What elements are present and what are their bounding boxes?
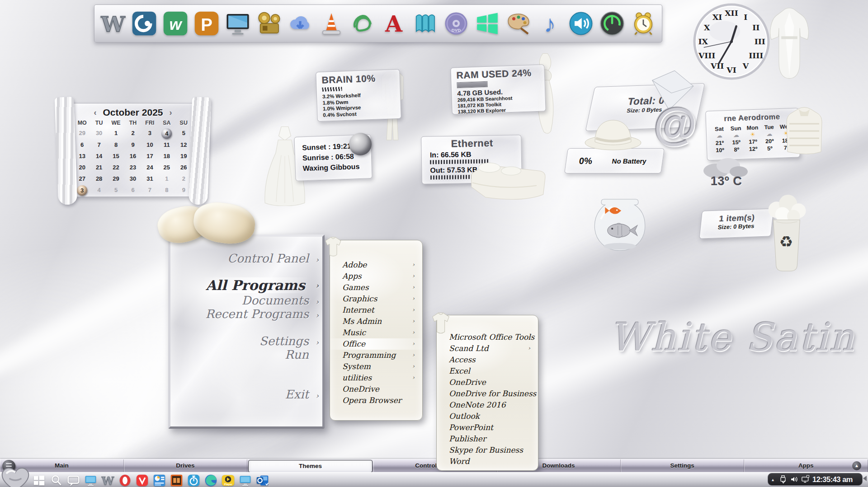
programs-menu-item-apps[interactable]: Apps› [330, 271, 422, 282]
winstep-icon[interactable]: W [100, 11, 126, 36]
power-icon[interactable] [599, 11, 625, 36]
projector-icon[interactable] [256, 11, 282, 36]
display-taskbar-icon[interactable] [239, 474, 252, 487]
alarm-clock-icon[interactable] [631, 11, 656, 36]
winstep-taskbar-icon[interactable]: W [101, 474, 114, 487]
start-menu-item-settings[interactable]: Settings› [259, 334, 309, 348]
calendar-day[interactable]: 30 [124, 174, 141, 184]
calendar-day[interactable]: 3 [77, 185, 87, 196]
windows-icon[interactable] [475, 11, 500, 36]
tab-themes[interactable]: Themes [248, 460, 373, 473]
vlc-icon[interactable] [319, 11, 344, 36]
office-menu-item-publisher[interactable]: Publisher [437, 433, 538, 445]
start-menu-item-exit[interactable]: Exit› [285, 388, 309, 401]
palette-icon[interactable] [506, 11, 531, 36]
search-taskbar-icon[interactable] [50, 474, 63, 487]
calendar-day[interactable]: 30 [90, 128, 107, 138]
office-menu-item-onedrive[interactable]: OneDrive [437, 377, 538, 388]
start-button[interactable] [1, 468, 30, 487]
calendar-day[interactable]: 8 [108, 140, 124, 150]
volume-icon[interactable] [790, 475, 799, 484]
scribble-icon[interactable] [350, 11, 375, 36]
calendar-day[interactable]: 20 [74, 163, 90, 173]
calendar-day[interactable]: 9 [124, 140, 141, 150]
calendar-day[interactable]: 18 [158, 151, 175, 161]
calendar-day[interactable]: 1 [158, 174, 175, 184]
calendar-day[interactable]: 17 [142, 151, 158, 161]
chat-taskbar-icon[interactable] [67, 474, 80, 487]
start-menu-item-recent-programs[interactable]: Recent Programs› [205, 307, 309, 321]
word-book-icon[interactable] [412, 11, 438, 36]
tab-settings[interactable]: Settings [621, 459, 745, 473]
office-menu-item-skype-for-business[interactable]: Skype for Business [437, 445, 538, 456]
tray-clock[interactable]: 12:35:43 am [812, 475, 853, 484]
win-taskbar-icon[interactable] [33, 474, 46, 487]
office-menu-item-word[interactable]: Word [437, 456, 538, 467]
calendar-day[interactable]: 25 [158, 163, 175, 173]
calendar-day[interactable]: 6 [124, 185, 141, 195]
programs-menu-item-graphics[interactable]: Graphics› [330, 293, 422, 304]
calendar-day[interactable]: 11 [158, 140, 175, 150]
calendar-day[interactable]: 21 [90, 163, 107, 173]
collapse-tabbar-button[interactable]: ▲ [852, 461, 861, 470]
tray-expand-icon[interactable]: ▴ [772, 477, 776, 482]
calendar-next-button[interactable]: › [170, 108, 172, 117]
office-menu-item-onedrive-for-business[interactable]: OneDrive for Business [437, 388, 538, 399]
programs-menu-item-system[interactable]: System› [330, 361, 422, 372]
calendar-day[interactable]: 7 [90, 140, 107, 150]
usb-device-icon[interactable] [778, 475, 788, 484]
outlook-taskbar-icon[interactable] [256, 474, 269, 487]
vivaldi-taskbar-icon[interactable] [136, 474, 149, 487]
taskbar-edge-arrow[interactable] [863, 476, 867, 481]
cubase-icon[interactable] [132, 11, 157, 36]
office-menu-item-scand-ltd[interactable]: Scand Ltd› [437, 343, 538, 354]
calendar-day[interactable]: 15 [108, 151, 124, 161]
start-menu-item-run[interactable]: Run [285, 348, 309, 361]
calendar-day[interactable]: 29 [108, 174, 124, 184]
calendar-prev-button[interactable]: ‹ [94, 108, 96, 117]
wondershare-icon[interactable]: w [163, 11, 188, 36]
office-menu-item-onenote-2016[interactable]: OneNote 2016 [437, 399, 538, 411]
office-menu-item-outlook[interactable]: Outlook [437, 411, 538, 422]
start-menu-item-all-programs[interactable]: All Programs› [202, 277, 309, 293]
programs-menu-item-programming[interactable]: Programming› [330, 350, 422, 361]
edge-taskbar-icon[interactable] [204, 474, 217, 487]
programs-menu-item-music[interactable]: Music› [330, 327, 422, 338]
calendar-day[interactable]: 5 [108, 185, 124, 195]
programs-menu-item-opera-browser[interactable]: Opera Browser [330, 395, 422, 406]
paintshop-icon[interactable]: P [194, 11, 219, 36]
calendar-day[interactable]: 24 [142, 163, 158, 173]
programs-menu-item-onedrive[interactable]: OneDrive [330, 384, 422, 395]
opera-taskbar-icon[interactable] [118, 474, 132, 487]
calendar-day[interactable]: 1 [108, 128, 124, 138]
dvd-icon[interactable]: DVD [443, 11, 469, 36]
calendar-day[interactable]: 3 [142, 128, 158, 138]
network-icon[interactable] [801, 475, 810, 484]
programs-menu-item-office[interactable]: Office› [330, 338, 422, 350]
systile-taskbar-icon[interactable] [153, 474, 166, 487]
tab-drives[interactable]: Drives [124, 459, 248, 473]
calendar-day[interactable]: 8 [158, 185, 175, 195]
calendar-day[interactable]: 29 [74, 128, 90, 138]
tab-apps[interactable]: Apps [744, 459, 868, 473]
office-menu-item-powerpoint[interactable]: PowerPoint [437, 422, 538, 433]
calendar-day[interactable]: 12 [175, 140, 192, 150]
calendar-day[interactable]: 16 [124, 151, 141, 161]
calendar-day[interactable]: 13 [74, 151, 90, 161]
office-menu-item-access[interactable]: Access [437, 354, 538, 365]
calendar-day[interactable]: 10 [142, 140, 158, 150]
office-menu-item-excel[interactable]: Excel [437, 365, 538, 377]
calendar-day[interactable]: 2 [124, 128, 141, 138]
stopwatch-taskbar-icon[interactable] [187, 474, 200, 487]
acrobat-icon[interactable]: A [381, 11, 406, 36]
calendar-day[interactable]: 14 [90, 151, 107, 161]
calendar-day[interactable]: 4 [161, 128, 172, 139]
adobetile-taskbar-icon[interactable] [170, 474, 183, 487]
programs-menu-item-adobe[interactable]: Adobe› [330, 259, 422, 271]
calendar-day[interactable]: 23 [124, 163, 141, 173]
start-menu-item-documents[interactable]: Documents› [242, 294, 309, 307]
cloud-download-icon[interactable] [288, 11, 313, 36]
calendar-day[interactable]: 4 [90, 185, 107, 195]
calendar-day[interactable]: 5 [175, 128, 192, 138]
start-menu-item-control-panel[interactable]: Control Panel› [227, 252, 309, 265]
